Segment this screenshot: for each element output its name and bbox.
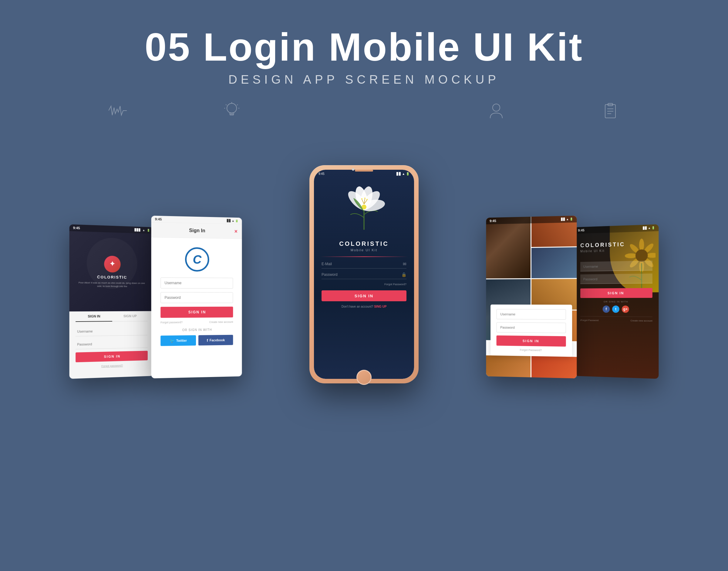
svg-rect-2	[230, 114, 234, 115]
s5-or-label: OR SING IN WITH	[580, 300, 652, 303]
page-subtitle: DESIGN APP SCREEN MOCKUP	[0, 73, 728, 86]
s5-twitter-button[interactable]: t	[612, 306, 619, 313]
s5-content: COLORISTIC Mobile UI Kit SIGN IN OR SING…	[574, 231, 658, 327]
s2-facebook-button[interactable]: f Facebook	[198, 335, 233, 346]
s2-twitter-button[interactable]: 🐦 Twitter	[161, 335, 196, 346]
s5-brand-name: COLORISTIC	[580, 241, 652, 249]
svg-line-4	[226, 105, 226, 105]
s4-photo-1	[486, 217, 530, 278]
page-title: 05 Login Mobile UI Kit	[0, 24, 728, 70]
s1-forgot-password[interactable]: Forgot password?	[76, 363, 148, 368]
s1-signin-button[interactable]: SIGN IN	[76, 351, 148, 362]
spacer-icon	[334, 99, 394, 123]
center-time: 9:45	[318, 172, 324, 176]
facebook-f-icon: f	[206, 338, 208, 342]
screen-dark-login: 9:45 ▊▊▊ ▲ 🔋 ✦ COLORISTIC Poor Alice! It…	[70, 224, 154, 379]
phone-camera	[352, 168, 354, 170]
s5-username-input[interactable]	[580, 261, 652, 271]
center-hero	[314, 177, 414, 237]
center-email-row: E-Mail ✉	[322, 261, 406, 268]
center-no-account: Don't have an account?	[342, 305, 373, 308]
center-email-placeholder: E-Mail	[322, 262, 403, 266]
screen-photo-login: 9:45 ▊▊ ▲ 🔋	[486, 216, 577, 378]
s2-signin-button[interactable]: SIGN IN	[161, 307, 233, 318]
s1-password-input[interactable]	[76, 338, 148, 349]
twitter-bird-icon: 🐦	[170, 338, 175, 343]
svg-point-25	[366, 199, 368, 200]
s4-signin-button[interactable]: SIGN IN	[496, 336, 566, 347]
s1-signin-tab[interactable]: SIGN IN	[76, 311, 112, 322]
s2-logo: C	[185, 247, 209, 271]
person-icon	[484, 99, 509, 123]
s2-signal: ▊▊ ▲ 🔋	[227, 219, 239, 222]
s2-logo-area: C	[151, 237, 242, 277]
s1-time: 9:45	[73, 226, 80, 230]
s1-logo: ✦	[104, 255, 120, 272]
s1-signup-tab[interactable]: SIGN UP	[112, 311, 148, 321]
page-header: 05 Login Mobile UI Kit DESIGN APP SCREEN…	[0, 0, 728, 86]
s4-more-photos	[486, 355, 577, 378]
phone-outer-shell: 9:45 ▊▊ ▲ 🔋	[309, 165, 419, 383]
center-form: E-Mail ✉ Password 🔒 Forgot Password? SIG…	[314, 261, 414, 308]
phone-speaker	[355, 170, 373, 172]
s5-password-input[interactable]	[580, 273, 652, 284]
screen-sunset-login: 9:45 ▊▊ ▲ 🔋 COLORISTIC Mobile UI Kit SIG…	[574, 224, 658, 379]
s5-bottom-links: iForgot Password Create new account	[580, 316, 652, 322]
s4-form-overlay: SIGN IN Forgot Password?	[490, 305, 572, 357]
s5-social-icons: f t g+	[580, 306, 652, 313]
s4-photo-grid	[486, 216, 577, 314]
s1-hero: ✦ COLORISTIC Poor Alice! It was as much …	[70, 231, 154, 311]
s2-links: Forgot password? Create new account	[161, 320, 233, 324]
s4-extra-photo-1	[486, 355, 530, 377]
center-password-row: Password 🔒	[322, 272, 406, 279]
s4-forgot-password[interactable]: Forgot Password?	[496, 348, 566, 352]
s5-signal: ▊▊ ▲ 🔋	[643, 226, 655, 230]
s4-photo-3	[531, 247, 577, 278]
svg-point-8	[492, 104, 500, 111]
s4-time: 9:45	[489, 219, 496, 223]
phone-home-button[interactable]	[356, 370, 372, 385]
center-divider	[320, 256, 408, 257]
center-brand: COLORISTIC Mobile UI Kit	[314, 237, 414, 256]
s2-forgot-password[interactable]: Forgot password?	[161, 321, 183, 324]
s5-brand-sub: Mobile UI Kit	[580, 248, 652, 253]
s1-username-input[interactable]	[76, 326, 148, 336]
s2-time: 9:45	[155, 217, 162, 221]
s5-forgot-password[interactable]: iForgot Password	[580, 319, 599, 322]
center-signal: ▊▊ ▲ 🔋	[396, 172, 410, 176]
lightbulb-icon	[219, 99, 244, 123]
center-signup-text: Don't have an account? SING UP	[322, 305, 406, 308]
s4-username-input[interactable]	[496, 309, 566, 320]
s1-signal: ▊▊▊ ▲ 🔋	[135, 229, 150, 232]
center-phone-mockup: 9:45 ▊▊ ▲ 🔋	[309, 165, 419, 383]
center-forgot-password[interactable]: Forgot Password?	[322, 283, 406, 286]
s2-twitter-label: Twitter	[176, 339, 187, 342]
s5-signin-button[interactable]: SIGN IN	[580, 288, 652, 298]
center-login-screen: 9:45 ▊▊ ▲ 🔋	[314, 170, 414, 379]
s2-facebook-label: Facebook	[210, 338, 225, 342]
center-signin-button[interactable]: SIGN IN	[322, 291, 406, 301]
center-signup-link[interactable]: SING UP	[374, 305, 386, 308]
s1-tagline: Poor Alice! It was as much as she could …	[70, 280, 154, 288]
s2-create-account[interactable]: Create new account	[209, 320, 233, 324]
s2-title: Sign In	[189, 228, 205, 233]
s4-signal: ▊▊ ▲ 🔋	[561, 218, 573, 221]
s5-time: 9:45	[578, 229, 584, 232]
s2-content: SIGN IN Forgot password? Create new acco…	[151, 277, 242, 352]
s2-header: Sign In ×	[151, 222, 242, 239]
s5-google-button[interactable]: g+	[622, 306, 629, 313]
s4-password-input[interactable]	[496, 322, 566, 333]
s2-username-input[interactable]	[161, 277, 233, 289]
phone-screen: 9:45 ▊▊ ▲ 🔋	[314, 170, 414, 379]
s1-form: SIGN IN SIGN UP SIGN IN Forgot password?	[70, 311, 154, 373]
svg-point-0	[227, 103, 237, 113]
s2-password-input[interactable]	[161, 292, 233, 303]
s5-facebook-button[interactable]: f	[603, 306, 610, 313]
screen-pink-login: 9:45 ▊▊ ▲ 🔋 Sign In × C SIGN IN Forgot p…	[151, 216, 242, 378]
s2-social-buttons: 🐦 Twitter f Facebook	[161, 335, 233, 346]
s5-create-account[interactable]: Create new account	[631, 319, 652, 322]
center-brand-name: COLORISTIC	[320, 240, 408, 247]
center-brand-sub: Mobile UI Kit	[320, 248, 408, 252]
s1-tabs: SIGN IN SIGN UP	[76, 311, 148, 322]
s2-close-button[interactable]: ×	[235, 228, 238, 235]
